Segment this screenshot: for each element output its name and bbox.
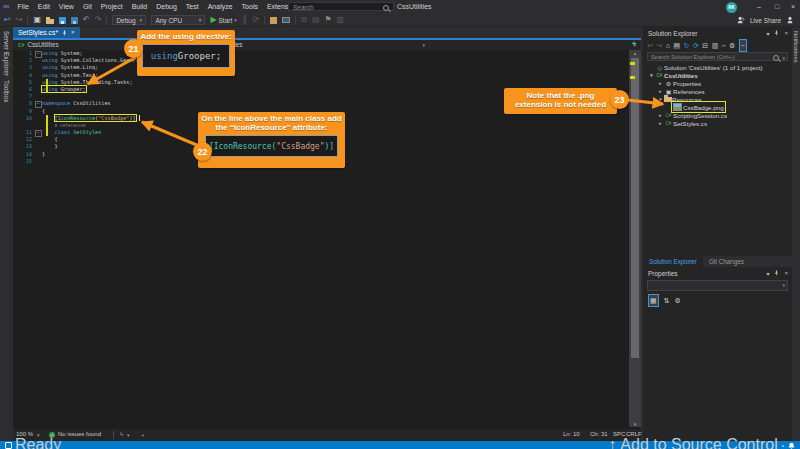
line-indicator[interactable]: Ln: 10 (563, 431, 580, 437)
avatar[interactable]: RK (726, 2, 737, 13)
sync-icon[interactable]: ⟳ (693, 40, 699, 51)
chevron-up-icon[interactable]: ▴ (782, 443, 784, 448)
collapse-all-icon[interactable]: ⊟ (702, 40, 708, 51)
live-share-button[interactable]: Live Share (750, 17, 781, 24)
new-item-icon[interactable] (270, 17, 277, 24)
menu-analyze[interactable]: Analyze (203, 0, 237, 13)
code-view-icon[interactable]: ‹› (722, 40, 726, 51)
title-search-input[interactable]: Search (288, 2, 394, 11)
tree-item-resources[interactable]: ▾Resources (643, 95, 792, 103)
platform-dropdown[interactable]: Any CPU▾ (151, 15, 205, 25)
column-indicator[interactable]: Ch: 31 (590, 431, 608, 437)
pin-icon[interactable] (774, 30, 779, 36)
menu-view[interactable]: View (54, 0, 78, 13)
property-pages-icon[interactable]: ⚙ (675, 295, 681, 306)
background-tasks-icon[interactable] (5, 442, 12, 449)
editor-vertical-scrollbar[interactable]: ▴ ▾ (629, 50, 641, 427)
code-line-2[interactable]: 2using System.Collections.Generic; (13, 57, 641, 64)
expander-icon[interactable]: ▸ (657, 88, 664, 94)
menu-file[interactable]: File (13, 0, 33, 13)
save-all-icon[interactable] (71, 17, 78, 24)
pause-icon[interactable]: ║ (242, 13, 248, 27)
code-line-3[interactable]: 3using System.Linq; (13, 64, 641, 71)
scroll-up-icon[interactable]: ▴ (629, 50, 641, 56)
start-button[interactable]: ▶ Start ▾ (210, 13, 236, 27)
undo-icon[interactable]: ↶ (83, 13, 90, 27)
indent-icon[interactable]: ⧉ (301, 13, 307, 27)
code-line-5[interactable]: 5using System.Threading.Tasks; (13, 79, 641, 86)
tree-item-scriptingsession-cs[interactable]: ▸ScriptingSession.cs (643, 111, 792, 119)
hot-reload-icon[interactable]: ⟳ (252, 13, 259, 27)
issues-status[interactable]: No issues found (58, 431, 101, 437)
menu-test[interactable]: Test (181, 0, 203, 13)
menu-git[interactable]: Git (78, 0, 96, 13)
breadcrumb-member[interactable]: ▾ (430, 40, 641, 51)
chevron-down-icon[interactable]: ▾ (127, 432, 130, 438)
tree-item-cssbadge-png[interactable]: CssBadge.png (643, 103, 792, 111)
menu-debug[interactable]: Debug (152, 0, 182, 13)
close-button[interactable]: × (786, 0, 800, 13)
categorized-icon[interactable]: ▦ (648, 294, 659, 307)
close-icon[interactable]: × (784, 270, 788, 276)
scroll-left-icon[interactable]: ◂ (141, 431, 144, 438)
bookmark-icon[interactable]: ⚑ (324, 13, 331, 27)
tab-close-icon[interactable]: × (71, 27, 75, 38)
tree-item-setstyles-cs[interactable]: ▸SetStyles.cs (643, 119, 792, 127)
back-icon[interactable]: ↩ (647, 40, 653, 51)
redo-icon[interactable]: ↷ (95, 13, 102, 27)
pin-icon[interactable] (62, 30, 67, 36)
scrollbar-thumb[interactable] (631, 58, 639, 358)
switch-views-icon[interactable]: ▤ (673, 40, 680, 51)
refresh-icon[interactable]: ↻ (684, 40, 690, 51)
chevron-down-icon[interactable]: ▾ (766, 30, 769, 37)
solution-explorer-search-input[interactable]: Search Solution Explorer (Ctrl+;) ▾ (647, 52, 788, 61)
menu-edit[interactable]: Edit (33, 0, 54, 13)
maximize-button[interactable]: □ (770, 0, 784, 13)
tree-item-properties[interactable]: ▸Properties (643, 79, 792, 87)
minimize-button[interactable]: – (752, 0, 766, 13)
tab-server-explorer[interactable]: Server Explorer (3, 31, 10, 76)
chevron-down-icon[interactable]: ▾ (766, 270, 769, 277)
menu-project[interactable]: Project (96, 0, 127, 13)
preview-icon[interactable] (282, 17, 290, 23)
navigate-back-icon[interactable]: ↩ (4, 13, 11, 27)
show-all-files-icon[interactable]: ▥ (712, 40, 719, 51)
comment-icon[interactable]: ▤ (312, 13, 320, 27)
tab-solution-explorer[interactable]: Solution Explorer (643, 256, 703, 267)
open-folder-icon[interactable] (46, 19, 54, 24)
feedback-icon[interactable] (786, 16, 794, 24)
expander-icon[interactable]: ▾ (657, 96, 664, 102)
debug-config-dropdown[interactable]: Debug▾ (112, 15, 146, 25)
code-line-4[interactable]: 4using System.Text; (13, 72, 641, 79)
save-icon[interactable] (59, 17, 66, 24)
tree-item-solution-cssutilities-1-of-1-project[interactable]: Solution 'CssUtilities' (1 of 1 project) (643, 63, 792, 71)
expander-icon[interactable]: ▸ (657, 80, 664, 86)
lightning-icon[interactable]: ϟ (120, 431, 123, 437)
menu-build[interactable]: Build (127, 0, 152, 13)
tab-setstyles[interactable]: SetStyles.cs* × (13, 27, 80, 38)
find-icon[interactable]: ▥ (337, 13, 345, 27)
expander-icon[interactable]: ▸ (657, 120, 664, 126)
add-to-source-control-button[interactable]: Add to Source Control (620, 436, 777, 449)
navigate-forward-icon[interactable]: ↪ (16, 13, 23, 27)
tab-notifications[interactable]: Notifications (793, 31, 799, 63)
bell-icon[interactable] (788, 442, 795, 449)
expander-icon[interactable]: ▸ (657, 112, 664, 118)
alphabetical-icon[interactable]: ⇅ (664, 295, 670, 306)
scrollbar-plus-icon[interactable]: + (628, 39, 640, 49)
code-line-1[interactable]: 1−using System; (13, 50, 641, 57)
close-icon[interactable]: × (784, 30, 788, 36)
tab-toolbox[interactable]: Toolbox (3, 80, 10, 102)
tree-item-cssutilities[interactable]: ▾CssUtilities (643, 71, 792, 79)
pin-icon[interactable] (774, 270, 779, 276)
tab-git-changes[interactable]: Git Changes (703, 256, 750, 267)
preview-selected-icon[interactable]: − (739, 39, 747, 52)
expander-icon[interactable]: ▾ (648, 72, 655, 78)
scroll-down-icon[interactable]: ▾ (629, 421, 641, 427)
menu-tools[interactable]: Tools (237, 0, 262, 13)
properties-object-dropdown[interactable]: ▾ (647, 280, 788, 291)
properties-gear-icon[interactable]: ⚙ (729, 40, 735, 51)
new-project-icon[interactable]: ▣ (33, 13, 41, 27)
forward-icon[interactable]: ↪ (656, 40, 662, 51)
home-icon[interactable]: ⌂ (666, 40, 670, 51)
